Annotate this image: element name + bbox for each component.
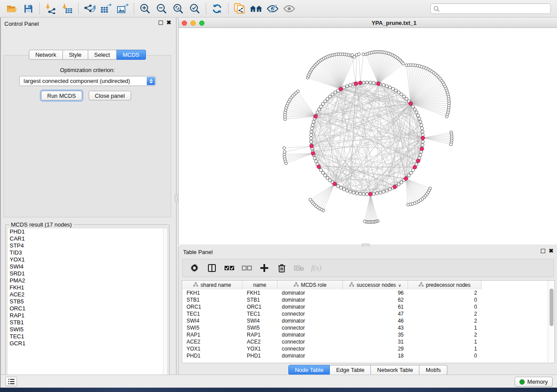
column-header-predecessor-nodes[interactable]: predecessor nodes bbox=[408, 281, 481, 289]
close-panel-icon[interactable]: ✖ bbox=[166, 21, 171, 25]
table-row[interactable]: STB1STB1dominator620 bbox=[182, 296, 548, 303]
graph-node[interactable] bbox=[421, 130, 424, 133]
table-cell[interactable]: YOX1 bbox=[182, 345, 242, 352]
graph-node[interactable] bbox=[409, 171, 412, 174]
graph-node[interactable] bbox=[339, 186, 343, 189]
graph-node[interactable] bbox=[318, 108, 321, 111]
table-cell[interactable]: 1 bbox=[408, 338, 481, 345]
table-cell[interactable]: dominator bbox=[277, 303, 343, 310]
graph-mcds-node[interactable] bbox=[420, 147, 424, 151]
open-file-icon[interactable] bbox=[3, 2, 20, 16]
graph-mcds-node[interactable] bbox=[317, 165, 321, 169]
graph-node[interactable] bbox=[355, 192, 358, 195]
zoom-in-icon[interactable] bbox=[137, 2, 153, 16]
graph-node[interactable] bbox=[324, 100, 327, 103]
table-cell[interactable]: RAP1 bbox=[182, 331, 242, 338]
graph-node[interactable] bbox=[450, 143, 453, 146]
graph-node[interactable] bbox=[362, 81, 365, 84]
graph-node[interactable] bbox=[420, 127, 423, 130]
optimization-criterion-select[interactable]: largest connected component (undirected) bbox=[19, 76, 156, 86]
table-cell[interactable]: dominator bbox=[277, 289, 343, 296]
graph-node[interactable] bbox=[362, 193, 365, 196]
table-cell[interactable]: PHD1 bbox=[182, 352, 242, 359]
graph-node[interactable] bbox=[421, 144, 424, 147]
table-cell[interactable]: 61 bbox=[343, 303, 408, 310]
graph-node[interactable] bbox=[376, 192, 379, 195]
mcds-result-node[interactable]: SWI4 bbox=[7, 263, 167, 270]
graph-node[interactable] bbox=[309, 137, 312, 140]
zoom-fit-icon[interactable] bbox=[170, 2, 187, 16]
graph-node[interactable] bbox=[407, 174, 410, 177]
graph-node[interactable] bbox=[397, 183, 400, 186]
graph-node[interactable] bbox=[369, 81, 372, 84]
graph-node[interactable] bbox=[310, 134, 313, 137]
table-cell[interactable]: TEC1 bbox=[182, 310, 242, 317]
import-network-icon[interactable] bbox=[42, 2, 59, 16]
table-row[interactable]: ACE2ACE2connector311 bbox=[182, 338, 548, 345]
table-row[interactable]: FKH1FKH1dominator962 bbox=[182, 289, 548, 296]
graph-node[interactable] bbox=[365, 193, 368, 196]
graph-mcds-node[interactable] bbox=[404, 177, 408, 181]
table-cell[interactable]: TEC1 bbox=[242, 310, 277, 317]
search-box[interactable] bbox=[430, 3, 551, 14]
graph-node[interactable] bbox=[349, 190, 352, 193]
column-header-successor-nodes[interactable]: successor nodes∨ bbox=[343, 281, 408, 289]
sort-chevron-icon[interactable]: ∨ bbox=[398, 283, 401, 288]
zoom-out-icon[interactable] bbox=[153, 2, 170, 16]
graph-node[interactable] bbox=[329, 179, 332, 182]
graph-node[interactable] bbox=[283, 151, 286, 154]
graph-node[interactable] bbox=[419, 154, 422, 157]
graph-node[interactable] bbox=[400, 93, 403, 96]
table-scrollbar-thumb[interactable] bbox=[550, 289, 554, 326]
table-cell[interactable]: dominator bbox=[277, 317, 343, 324]
tab-network-table[interactable]: Network Table bbox=[371, 365, 419, 375]
graph-node[interactable] bbox=[283, 147, 286, 150]
table-cell[interactable]: 2 bbox=[408, 289, 481, 296]
graph-node[interactable] bbox=[372, 193, 375, 196]
table-cell[interactable]: 2 bbox=[408, 310, 481, 317]
mcds-result-node[interactable]: STB1 bbox=[7, 319, 167, 326]
graph-mcds-node[interactable] bbox=[310, 144, 314, 148]
graph-node[interactable] bbox=[322, 171, 325, 174]
graph-node[interactable] bbox=[322, 103, 325, 106]
table-options-gear-icon[interactable] bbox=[189, 262, 200, 274]
table-cell[interactable]: connector bbox=[277, 324, 343, 331]
table-cell[interactable]: SWI5 bbox=[242, 324, 277, 331]
table-row[interactable]: PHD1PHD1dominator180 bbox=[182, 352, 548, 359]
graph-node[interactable] bbox=[418, 117, 421, 120]
table-cell[interactable]: dominator bbox=[277, 296, 343, 303]
graph-node[interactable] bbox=[359, 193, 362, 196]
graph-node[interactable] bbox=[385, 85, 388, 88]
graph-node[interactable] bbox=[331, 93, 334, 96]
table-cell[interactable]: 43 bbox=[343, 324, 408, 331]
graph-node[interactable] bbox=[351, 54, 354, 57]
graph-node[interactable] bbox=[385, 189, 388, 192]
graph-node[interactable] bbox=[349, 83, 352, 86]
table-row[interactable]: ORC1ORC1dominator610 bbox=[182, 303, 548, 310]
table-cell[interactable]: ORC1 bbox=[242, 303, 277, 310]
delete-selected-icon[interactable] bbox=[276, 262, 287, 274]
table-cell[interactable]: SWI4 bbox=[182, 317, 242, 324]
graph-node[interactable] bbox=[372, 81, 375, 84]
graph-mcds-node[interactable] bbox=[377, 82, 381, 86]
graph-node[interactable] bbox=[421, 140, 424, 143]
graph-mcds-node[interactable] bbox=[314, 115, 318, 119]
task-history-button[interactable] bbox=[5, 377, 17, 386]
refresh-layout-icon[interactable] bbox=[209, 2, 225, 16]
graph-node[interactable] bbox=[311, 124, 314, 127]
graph-mcds-node[interactable] bbox=[311, 151, 315, 155]
zoom-selected-icon[interactable] bbox=[187, 2, 203, 16]
table-cell[interactable]: dominator bbox=[277, 331, 343, 338]
table-row[interactable]: SWI4SWI4dominator462 bbox=[182, 317, 548, 324]
mcds-result-node[interactable]: SRD1 bbox=[7, 270, 167, 277]
graph-node[interactable] bbox=[316, 111, 319, 114]
graph-node[interactable] bbox=[343, 188, 346, 191]
mcds-result-node[interactable]: PMA2 bbox=[7, 277, 167, 284]
graph-node[interactable] bbox=[329, 95, 332, 98]
table-cell[interactable]: 31 bbox=[343, 338, 408, 345]
graph-node[interactable] bbox=[407, 203, 410, 206]
vertical-splitter[interactable] bbox=[175, 17, 178, 375]
graph-node[interactable] bbox=[319, 168, 322, 172]
network-window-titlebar[interactable]: YPA_prune.txt_1 bbox=[179, 18, 557, 28]
graph-node[interactable] bbox=[402, 95, 405, 98]
